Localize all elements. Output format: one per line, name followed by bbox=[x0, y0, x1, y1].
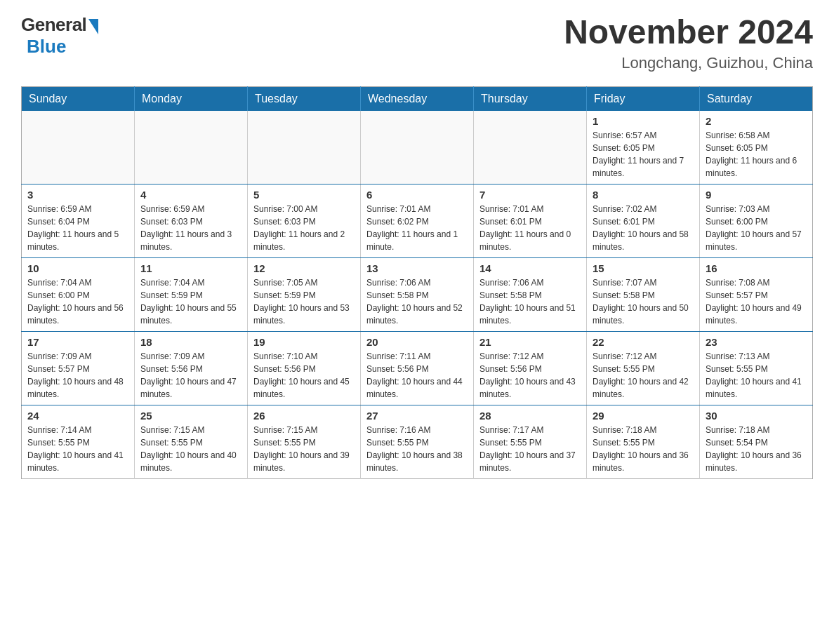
calendar-day-cell: 5Sunrise: 7:00 AM Sunset: 6:03 PM Daylig… bbox=[248, 184, 361, 257]
calendar-day-cell: 19Sunrise: 7:10 AM Sunset: 5:56 PM Dayli… bbox=[248, 331, 361, 405]
day-info: Sunrise: 7:10 AM Sunset: 5:56 PM Dayligh… bbox=[253, 350, 355, 401]
calendar-day-cell: 6Sunrise: 7:01 AM Sunset: 6:02 PM Daylig… bbox=[361, 184, 474, 257]
day-info: Sunrise: 6:59 AM Sunset: 6:04 PM Dayligh… bbox=[27, 203, 128, 253]
calendar-header-row: SundayMondayTuesdayWednesdayThursdayFrid… bbox=[22, 86, 813, 111]
day-info: Sunrise: 7:06 AM Sunset: 5:58 PM Dayligh… bbox=[479, 276, 581, 327]
page-header: General Blue November 2024 Longchang, Gu… bbox=[21, 14, 813, 72]
day-info: Sunrise: 7:00 AM Sunset: 6:03 PM Dayligh… bbox=[253, 203, 355, 253]
day-of-week-header: Thursday bbox=[474, 86, 587, 111]
day-info: Sunrise: 7:16 AM Sunset: 5:55 PM Dayligh… bbox=[366, 424, 468, 474]
day-number: 10 bbox=[27, 262, 128, 274]
day-number: 28 bbox=[479, 410, 581, 422]
calendar-day-cell: 23Sunrise: 7:13 AM Sunset: 5:55 PM Dayli… bbox=[700, 331, 813, 405]
day-info: Sunrise: 6:59 AM Sunset: 6:03 PM Dayligh… bbox=[140, 203, 241, 253]
day-of-week-header: Wednesday bbox=[361, 86, 474, 111]
calendar-week-row: 1Sunrise: 6:57 AM Sunset: 6:05 PM Daylig… bbox=[22, 111, 813, 185]
day-number: 23 bbox=[706, 336, 807, 348]
day-number: 4 bbox=[140, 189, 241, 201]
day-number: 5 bbox=[253, 189, 355, 201]
day-info: Sunrise: 7:01 AM Sunset: 6:02 PM Dayligh… bbox=[366, 203, 468, 253]
day-info: Sunrise: 7:04 AM Sunset: 5:59 PM Dayligh… bbox=[140, 276, 241, 327]
day-of-week-header: Tuesday bbox=[248, 86, 361, 111]
day-number: 2 bbox=[706, 115, 807, 127]
day-number: 21 bbox=[479, 336, 581, 348]
calendar-day-cell: 24Sunrise: 7:14 AM Sunset: 5:55 PM Dayli… bbox=[22, 405, 135, 478]
location-text: Longchang, Guizhou, China bbox=[564, 54, 813, 72]
calendar-day-cell: 22Sunrise: 7:12 AM Sunset: 5:55 PM Dayli… bbox=[587, 331, 700, 405]
calendar-day-cell: 11Sunrise: 7:04 AM Sunset: 5:59 PM Dayli… bbox=[135, 257, 248, 331]
day-number: 24 bbox=[27, 410, 128, 422]
day-number: 1 bbox=[593, 115, 694, 127]
calendar-day-cell: 28Sunrise: 7:17 AM Sunset: 5:55 PM Dayli… bbox=[474, 405, 587, 478]
day-info: Sunrise: 7:03 AM Sunset: 6:00 PM Dayligh… bbox=[706, 203, 807, 253]
day-info: Sunrise: 7:13 AM Sunset: 5:55 PM Dayligh… bbox=[706, 350, 807, 401]
calendar-day-cell: 21Sunrise: 7:12 AM Sunset: 5:56 PM Dayli… bbox=[474, 331, 587, 405]
day-info: Sunrise: 7:04 AM Sunset: 6:00 PM Dayligh… bbox=[27, 276, 128, 327]
day-number: 13 bbox=[366, 262, 468, 274]
calendar-day-cell bbox=[22, 111, 135, 185]
day-info: Sunrise: 7:02 AM Sunset: 6:01 PM Dayligh… bbox=[593, 203, 694, 253]
day-number: 18 bbox=[140, 336, 241, 348]
calendar-day-cell: 3Sunrise: 6:59 AM Sunset: 6:04 PM Daylig… bbox=[22, 184, 135, 257]
calendar-day-cell: 16Sunrise: 7:08 AM Sunset: 5:57 PM Dayli… bbox=[700, 257, 813, 331]
calendar-week-row: 24Sunrise: 7:14 AM Sunset: 5:55 PM Dayli… bbox=[22, 405, 813, 478]
logo-general-text: General bbox=[21, 14, 86, 36]
day-of-week-header: Sunday bbox=[22, 86, 135, 111]
day-number: 22 bbox=[593, 336, 694, 348]
day-number: 15 bbox=[593, 262, 694, 274]
calendar-day-cell bbox=[474, 111, 587, 185]
day-number: 17 bbox=[27, 336, 128, 348]
day-number: 7 bbox=[479, 189, 581, 201]
day-info: Sunrise: 7:12 AM Sunset: 5:56 PM Dayligh… bbox=[479, 350, 581, 401]
calendar-day-cell: 10Sunrise: 7:04 AM Sunset: 6:00 PM Dayli… bbox=[22, 257, 135, 331]
calendar-day-cell: 8Sunrise: 7:02 AM Sunset: 6:01 PM Daylig… bbox=[587, 184, 700, 257]
calendar-week-row: 10Sunrise: 7:04 AM Sunset: 6:00 PM Dayli… bbox=[22, 257, 813, 331]
calendar-day-cell: 7Sunrise: 7:01 AM Sunset: 6:01 PM Daylig… bbox=[474, 184, 587, 257]
calendar-day-cell bbox=[248, 111, 361, 185]
day-number: 19 bbox=[253, 336, 355, 348]
day-info: Sunrise: 7:18 AM Sunset: 5:54 PM Dayligh… bbox=[706, 424, 807, 474]
day-number: 3 bbox=[27, 189, 128, 201]
day-of-week-header: Saturday bbox=[700, 86, 813, 111]
day-number: 9 bbox=[706, 189, 807, 201]
day-number: 27 bbox=[366, 410, 468, 422]
calendar-day-cell: 20Sunrise: 7:11 AM Sunset: 5:56 PM Dayli… bbox=[361, 331, 474, 405]
day-info: Sunrise: 7:15 AM Sunset: 5:55 PM Dayligh… bbox=[140, 424, 241, 474]
calendar-day-cell: 1Sunrise: 6:57 AM Sunset: 6:05 PM Daylig… bbox=[587, 111, 700, 185]
calendar-day-cell: 4Sunrise: 6:59 AM Sunset: 6:03 PM Daylig… bbox=[135, 184, 248, 257]
calendar-day-cell: 26Sunrise: 7:15 AM Sunset: 5:55 PM Dayli… bbox=[248, 405, 361, 478]
day-info: Sunrise: 7:12 AM Sunset: 5:55 PM Dayligh… bbox=[593, 350, 694, 401]
day-info: Sunrise: 7:09 AM Sunset: 5:56 PM Dayligh… bbox=[140, 350, 241, 401]
calendar-day-cell: 29Sunrise: 7:18 AM Sunset: 5:55 PM Dayli… bbox=[587, 405, 700, 478]
calendar-day-cell: 18Sunrise: 7:09 AM Sunset: 5:56 PM Dayli… bbox=[135, 331, 248, 405]
calendar-day-cell bbox=[135, 111, 248, 185]
month-title: November 2024 bbox=[564, 14, 813, 51]
calendar-day-cell: 13Sunrise: 7:06 AM Sunset: 5:58 PM Dayli… bbox=[361, 257, 474, 331]
day-number: 20 bbox=[366, 336, 468, 348]
calendar-week-row: 17Sunrise: 7:09 AM Sunset: 5:57 PM Dayli… bbox=[22, 331, 813, 405]
day-info: Sunrise: 7:07 AM Sunset: 5:58 PM Dayligh… bbox=[593, 276, 694, 327]
day-info: Sunrise: 7:11 AM Sunset: 5:56 PM Dayligh… bbox=[366, 350, 468, 401]
day-number: 16 bbox=[706, 262, 807, 274]
day-number: 30 bbox=[706, 410, 807, 422]
day-info: Sunrise: 7:08 AM Sunset: 5:57 PM Dayligh… bbox=[706, 276, 807, 327]
day-number: 26 bbox=[253, 410, 355, 422]
calendar-table: SundayMondayTuesdayWednesdayThursdayFrid… bbox=[21, 86, 813, 479]
day-number: 11 bbox=[140, 262, 241, 274]
calendar-day-cell: 15Sunrise: 7:07 AM Sunset: 5:58 PM Dayli… bbox=[587, 257, 700, 331]
calendar-day-cell: 9Sunrise: 7:03 AM Sunset: 6:00 PM Daylig… bbox=[700, 184, 813, 257]
day-info: Sunrise: 7:01 AM Sunset: 6:01 PM Dayligh… bbox=[479, 203, 581, 253]
day-of-week-header: Monday bbox=[135, 86, 248, 111]
logo-blue-text: Blue bbox=[27, 36, 66, 57]
logo: General Blue bbox=[21, 14, 98, 58]
title-block: November 2024 Longchang, Guizhou, China bbox=[564, 14, 813, 72]
calendar-day-cell: 27Sunrise: 7:16 AM Sunset: 5:55 PM Dayli… bbox=[361, 405, 474, 478]
day-info: Sunrise: 7:14 AM Sunset: 5:55 PM Dayligh… bbox=[27, 424, 128, 474]
day-number: 12 bbox=[253, 262, 355, 274]
day-number: 14 bbox=[479, 262, 581, 274]
calendar-day-cell: 25Sunrise: 7:15 AM Sunset: 5:55 PM Dayli… bbox=[135, 405, 248, 478]
day-info: Sunrise: 6:58 AM Sunset: 6:05 PM Dayligh… bbox=[706, 129, 807, 180]
logo-arrow-icon bbox=[88, 19, 98, 34]
day-info: Sunrise: 7:15 AM Sunset: 5:55 PM Dayligh… bbox=[253, 424, 355, 474]
day-of-week-header: Friday bbox=[587, 86, 700, 111]
